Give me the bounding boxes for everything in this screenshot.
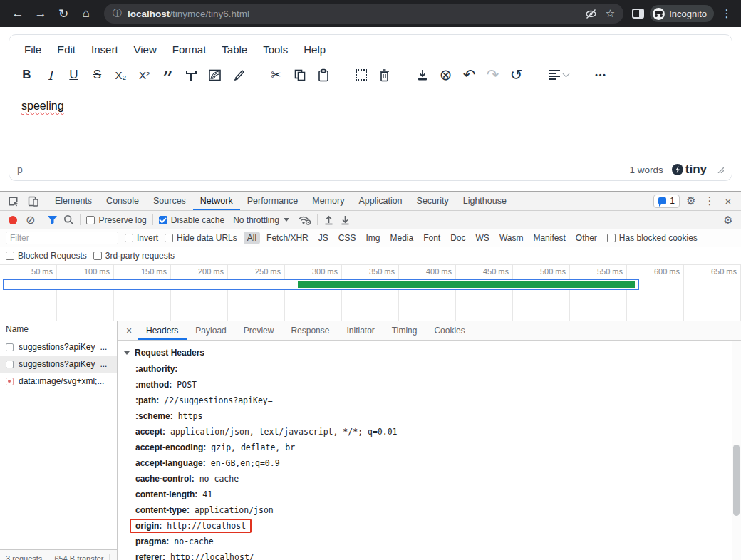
back-icon[interactable]: ← (7, 3, 28, 24)
import-har-icon[interactable] (323, 214, 334, 225)
detail-scrollbar[interactable] (732, 341, 741, 560)
menu-item[interactable]: Insert (83, 41, 126, 58)
site-info-icon[interactable]: ⓘ (113, 7, 122, 20)
request-row[interactable]: suggestions?apiKey=... (0, 338, 117, 356)
request-type-filter[interactable]: All (244, 232, 260, 244)
detail-tab[interactable]: Response (282, 321, 338, 340)
underline-button[interactable]: U (62, 64, 86, 85)
request-type-filter[interactable]: JS (315, 232, 332, 244)
search-icon[interactable] (63, 214, 74, 225)
devtools-tab[interactable]: Application (351, 192, 409, 210)
has-blocked-cookies-control[interactable]: Has blocked cookies (607, 233, 698, 243)
inspect-element-icon[interactable] (3, 192, 23, 210)
network-settings-gear-icon[interactable]: ⚙ (721, 214, 735, 227)
reload-icon[interactable]: ↻ (53, 3, 74, 24)
bold-button[interactable]: B (15, 64, 38, 85)
request-type-filter[interactable]: Doc (447, 232, 469, 244)
tiny-logo[interactable]: tiny (672, 162, 707, 177)
side-panel-icon[interactable] (632, 9, 644, 19)
filter-icon[interactable] (47, 215, 58, 225)
request-headers-section[interactable]: Request Headers (118, 344, 741, 361)
browser-menu-icon[interactable]: ⋮ (720, 7, 734, 20)
menu-item[interactable]: File (16, 41, 49, 58)
requests-column-header[interactable]: Name (0, 321, 117, 338)
request-type-filter[interactable]: WS (472, 232, 493, 244)
request-type-filter[interactable]: Img (362, 232, 383, 244)
invert-checkbox[interactable] (125, 234, 133, 242)
network-overview-timeline[interactable]: 50 ms100 ms150 ms200 ms250 ms300 ms350 m… (0, 265, 741, 321)
blocked-requests-control[interactable]: Blocked Requests (6, 251, 87, 261)
forward-icon[interactable]: → (30, 3, 51, 24)
devtools-tab[interactable]: Network (193, 192, 240, 210)
detail-tab[interactable]: Cookies (425, 321, 473, 340)
menu-item[interactable]: Tools (255, 41, 296, 58)
align-dropdown-button[interactable] (542, 64, 575, 85)
export-har-icon[interactable] (340, 214, 351, 225)
select-all-button[interactable] (349, 64, 373, 85)
redo-button[interactable]: ↷ (481, 64, 504, 85)
menu-item[interactable]: Help (296, 41, 333, 58)
more-toolbar-button[interactable]: ••• (589, 64, 613, 85)
header-row[interactable]: accept-language:en-GB,en;q=0.9 (118, 455, 741, 471)
devtools-tab[interactable]: Lighthouse (456, 192, 514, 210)
header-row[interactable]: cache-control:no-cache (118, 471, 741, 487)
third-party-requests-control[interactable]: 3rd-party requests (93, 251, 175, 261)
blockquote-button[interactable]: ” (156, 64, 180, 85)
third-party-cookies-blocked-icon[interactable] (585, 9, 597, 19)
strikethrough-button[interactable]: S (86, 64, 109, 85)
menu-item[interactable]: Format (165, 41, 214, 58)
header-row[interactable]: :path:/2/suggestions?apiKey= (118, 393, 741, 408)
header-row[interactable]: pragma:no-cache (118, 534, 741, 549)
devtools-menu-icon[interactable]: ⋮ (703, 195, 717, 207)
undo-button[interactable]: ↶ (457, 64, 481, 85)
filter-input[interactable] (6, 232, 118, 244)
permanent-pen-button[interactable] (227, 64, 250, 85)
devtools-tab[interactable]: Performance (240, 192, 306, 210)
header-row[interactable]: :authority: (118, 361, 741, 377)
misspelled-word[interactable]: speeling (21, 100, 64, 112)
resize-grip-icon[interactable] (717, 166, 724, 173)
device-toolbar-icon[interactable] (23, 192, 43, 210)
throttling-select[interactable]: No throttling (230, 215, 292, 225)
devtools-tab[interactable]: Console (99, 192, 146, 210)
copy-button[interactable] (288, 64, 311, 85)
detail-tab[interactable]: Preview (235, 321, 283, 340)
settings-gear-icon[interactable]: ⚙ (684, 195, 698, 207)
superscript-button[interactable]: X² (133, 64, 156, 85)
delete-button[interactable] (373, 64, 396, 85)
header-row[interactable]: origin:http://localhost (118, 518, 741, 534)
invert-control[interactable]: Invert (125, 233, 158, 243)
address-bar[interactable]: ⓘ localhost/tinymce/tiny6.html ☆ (104, 4, 623, 24)
disable-cache-control[interactable]: Disable cache (159, 215, 224, 225)
cut-button[interactable]: ✂ (264, 64, 288, 85)
header-row[interactable]: accept-encoding:gzip, deflate, br (118, 440, 741, 455)
header-row[interactable]: content-type:application/json (118, 502, 741, 518)
header-row[interactable]: :scheme:https (118, 408, 741, 424)
edit-image-button[interactable] (203, 64, 227, 85)
issues-badge[interactable]: 1 (653, 195, 680, 208)
editor-content-area[interactable]: speeling (9, 90, 732, 159)
preserve-log-control[interactable]: Preserve log (86, 215, 146, 225)
hide-data-urls-checkbox[interactable] (165, 234, 173, 242)
clear-network-log-icon[interactable]: ⊘ (26, 213, 35, 227)
request-type-filter[interactable]: Wasm (496, 232, 527, 244)
hide-data-urls-control[interactable]: Hide data URLs (165, 233, 237, 243)
paste-button[interactable] (311, 64, 335, 85)
has-blocked-cookies-checkbox[interactable] (607, 234, 616, 242)
menu-item[interactable]: View (126, 41, 165, 58)
request-type-filter[interactable]: Other (572, 232, 601, 244)
scrollbar-thumb[interactable] (733, 445, 740, 516)
header-row[interactable]: accept:application/json, text/javascript… (118, 424, 741, 440)
detail-tab[interactable]: Timing (383, 321, 426, 340)
header-row[interactable]: :method:POST (118, 377, 741, 393)
save-button[interactable] (410, 64, 434, 85)
detail-tab[interactable]: Payload (187, 321, 234, 340)
blocked-requests-checkbox[interactable] (6, 252, 14, 260)
menu-item[interactable]: Table (214, 41, 255, 58)
devtools-tab[interactable]: Sources (146, 192, 193, 210)
request-type-filter[interactable]: Manifest (529, 232, 569, 244)
header-row[interactable]: referer:http://localhost/ (118, 549, 741, 560)
record-network-log-icon[interactable] (9, 216, 17, 224)
word-count[interactable]: 1 words (629, 165, 663, 175)
request-type-filter[interactable]: Font (420, 232, 444, 244)
